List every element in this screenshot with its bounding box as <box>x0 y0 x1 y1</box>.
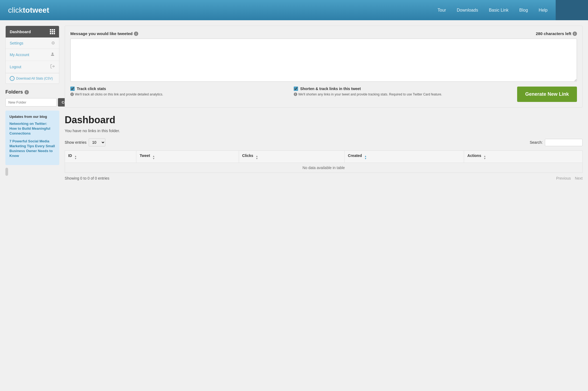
track-stats-desc: i We'll track all clicks on this link an… <box>70 92 286 97</box>
col-tweet[interactable]: Tweet ▲▼ <box>136 151 239 163</box>
track-stats-row: Track click stats <box>70 87 286 91</box>
shorten-info-icon: i <box>294 92 297 96</box>
user-icon <box>50 52 55 58</box>
table-head: ID ▲▼ Tweet ▲▼ Clicks ▲▼ Created ▲▼ <box>65 151 583 163</box>
logout-link[interactable]: Logout <box>10 65 21 69</box>
new-folder-input[interactable] <box>5 98 57 107</box>
blog-updates: Updates from our blog Networking on Twit… <box>5 111 59 165</box>
folder-create: Create <box>5 98 59 107</box>
col-clicks[interactable]: Clicks ▲▼ <box>239 151 344 163</box>
logo-bold: totweet <box>23 6 49 14</box>
dashboard-title: Dashboard <box>65 114 583 126</box>
shorten-checkbox[interactable] <box>294 87 298 91</box>
shorten-option: Shorten & track links in this tweet i We… <box>294 87 509 97</box>
col-tweet-label: Tweet <box>140 153 150 158</box>
pagination: Previous Next <box>556 176 583 180</box>
track-stats-info-icon: i <box>70 92 74 96</box>
logout-icon <box>50 64 55 70</box>
header-dark-area <box>556 0 588 20</box>
download-csv-icon <box>10 76 15 81</box>
shorten-desc: i We'll shorten any links in your tweet … <box>294 92 509 97</box>
gear-icon: ⚙ <box>51 40 55 46</box>
tweet-label-info-icon[interactable]: i <box>134 32 138 36</box>
sort-arrows-tweet: ▲▼ <box>153 155 155 160</box>
track-stats-label: Track click stats <box>77 87 106 91</box>
showing-entries-text: Showing 0 to 0 of 0 entries <box>65 176 109 180</box>
sidebar-item-logout[interactable]: Logout <box>6 61 59 73</box>
col-actions[interactable]: Actions ▲▼ <box>464 151 583 163</box>
svg-point-0 <box>52 53 53 54</box>
main-content: Message you would like tweeted i 280 cha… <box>65 26 583 386</box>
track-stats-checkbox[interactable] <box>70 87 75 91</box>
folders-info-icon[interactable]: i <box>25 90 29 94</box>
sort-arrows-created: ▲▼ <box>364 155 367 160</box>
sidebar-scrollbar[interactable] <box>5 168 8 176</box>
blog-updates-title: Updates from our blog <box>9 115 55 119</box>
nav-help[interactable]: Help <box>539 8 548 13</box>
tweet-form-header: Message you would like tweeted i 280 cha… <box>70 31 577 36</box>
tweet-form-label: Message you would like tweeted i <box>70 31 138 36</box>
search-area: Search: <box>530 139 583 146</box>
char-count: 280 characters left i <box>536 31 577 36</box>
logo[interactable]: clicktotweet <box>8 6 49 15</box>
table-controls: Show entries 10 25 50 100 Search: <box>65 138 583 146</box>
header: clicktotweet Tour Downloads Basic Link B… <box>0 0 588 20</box>
col-id-label: ID <box>68 153 72 158</box>
my-account-link[interactable]: My Account <box>10 53 29 57</box>
col-actions-label: Actions <box>467 153 481 158</box>
tweet-options: Track click stats i We'll track all clic… <box>70 87 577 102</box>
tweet-form: Message you would like tweeted i 280 cha… <box>65 26 583 108</box>
main-nav: Tour Downloads Basic Link Blog Help <box>438 8 548 13</box>
shorten-row: Shorten & track links in this tweet <box>294 87 509 91</box>
folders-section: Folders i Create <box>5 89 59 107</box>
sidebar-menu: Dashboard Settings ⚙ My Account Logout <box>5 26 59 84</box>
dashboard-label: Dashboard <box>10 29 31 34</box>
data-table: ID ▲▼ Tweet ▲▼ Clicks ▲▼ Created ▲▼ <box>65 150 583 173</box>
download-csv-link[interactable]: Download All Stats (CSV) <box>16 77 53 80</box>
settings-link[interactable]: Settings <box>10 41 23 45</box>
col-created[interactable]: Created ▲▼ <box>345 151 464 163</box>
nav-basic-link[interactable]: Basic Link <box>489 8 509 13</box>
tweet-label-text: Message you would like tweeted <box>70 31 133 36</box>
download-stats-row: Download All Stats (CSV) <box>6 73 59 84</box>
nav-downloads[interactable]: Downloads <box>457 8 478 13</box>
col-clicks-label: Clicks <box>242 153 253 158</box>
pagination-next: Next <box>575 176 583 180</box>
table-footer: Showing 0 to 0 of 0 entries Previous Nex… <box>65 176 583 180</box>
blog-post-2[interactable]: 7 Powerful Social Media Marketing Tips E… <box>9 139 55 159</box>
sort-arrows-clicks: ▲▼ <box>256 155 258 160</box>
generate-link-button[interactable]: Generate New Link <box>517 87 577 102</box>
table-body: No data available in table <box>65 163 583 173</box>
sidebar-item-dashboard[interactable]: Dashboard <box>6 26 59 37</box>
sort-arrows-id: ▲▼ <box>74 155 77 160</box>
search-label: Search: <box>530 140 543 145</box>
track-stats-desc-text: We'll track all clicks on this link and … <box>75 92 163 97</box>
nav-tour[interactable]: Tour <box>438 8 446 13</box>
char-count-text: 280 characters left <box>536 31 571 36</box>
no-links-text: You have no links in this folder. <box>65 128 583 133</box>
col-created-label: Created <box>348 153 362 158</box>
nav-blog[interactable]: Blog <box>519 8 528 13</box>
grid-icon <box>50 29 55 34</box>
shorten-label: Shorten & track links in this tweet <box>300 87 361 91</box>
search-input[interactable] <box>545 139 583 146</box>
main-layout: Dashboard Settings ⚙ My Account Logout <box>0 20 588 391</box>
no-data-cell: No data available in table <box>65 163 583 173</box>
char-count-info-icon[interactable]: i <box>573 32 577 36</box>
col-id[interactable]: ID ▲▼ <box>65 151 136 163</box>
folders-title: Folders i <box>5 89 59 95</box>
sidebar-item-my-account[interactable]: My Account <box>6 49 59 61</box>
tweet-textarea[interactable] <box>70 39 577 82</box>
table-no-data-row: No data available in table <box>65 163 583 173</box>
show-entries: Show entries 10 25 50 100 <box>65 138 105 146</box>
entries-select[interactable]: 10 25 50 100 <box>89 138 105 146</box>
logo-regular: click <box>8 6 23 14</box>
sidebar: Dashboard Settings ⚙ My Account Logout <box>5 26 59 386</box>
sort-arrows-actions: ▲▼ <box>484 155 486 160</box>
show-entries-label: Show entries <box>65 140 87 145</box>
blog-post-1[interactable]: Networking on Twitter: How to Build Mean… <box>9 121 55 136</box>
sidebar-item-settings[interactable]: Settings ⚙ <box>6 37 59 49</box>
folders-label: Folders <box>5 89 23 95</box>
shorten-desc-text: We'll shorten any links in your tweet an… <box>298 92 442 97</box>
track-stats-option: Track click stats i We'll track all clic… <box>70 87 286 97</box>
